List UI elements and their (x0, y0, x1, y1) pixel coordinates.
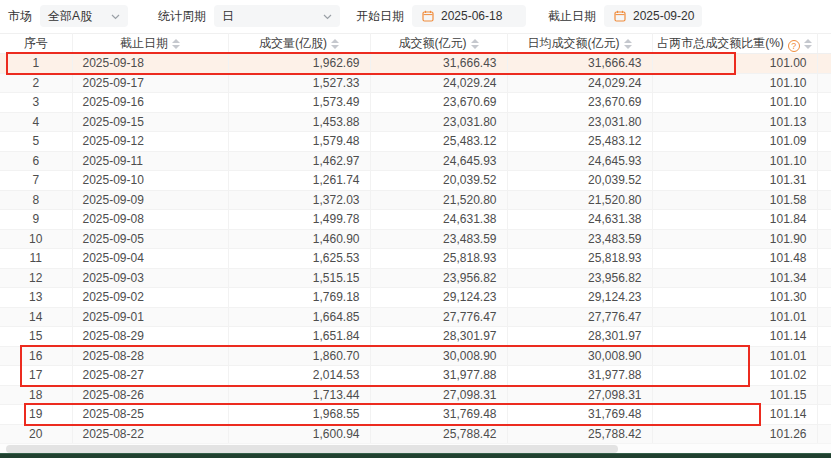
cell-end-date: 2025-08-22 (72, 424, 228, 444)
table-row[interactable]: 12025-09-181,962.6931,666.4331,666.43101… (0, 54, 831, 74)
horizontal-scrollbar[interactable] (0, 443, 831, 453)
cell-volume: 1,769.18 (228, 288, 370, 308)
cell-volume: 1,860.70 (228, 346, 370, 366)
column-header-5[interactable]: 占两市总成交额比重(%)? (652, 34, 817, 54)
table-row[interactable]: 152025-08-291,651.8428,301.9728,301.9710… (0, 327, 831, 347)
sort-icon[interactable] (804, 39, 812, 49)
scrollbar-thumb[interactable] (6, 445, 618, 453)
cell-turnover: 28,301.97 (370, 327, 507, 347)
column-header-label: 占两市总成交额比重(%) (657, 36, 784, 50)
cell-ratio: 101.01 (652, 307, 817, 327)
cell-ratio: 101.84 (652, 210, 817, 230)
cell-turnover: 23,670.69 (370, 93, 507, 113)
cell-ratio: 101.58 (652, 190, 817, 210)
cell-seq: 16 (0, 346, 72, 366)
market-select[interactable]: 全部A股 (40, 5, 128, 27)
cell-turnover: 25,818.93 (370, 249, 507, 269)
cell-ratio: 101.10 (652, 151, 817, 171)
start-date-picker[interactable]: 2025-06-18 (412, 5, 526, 27)
table-row[interactable]: 32025-09-161,573.4923,670.6923,670.69101… (0, 93, 831, 113)
cell-seq: 14 (0, 307, 72, 327)
cell-seq: 15 (0, 327, 72, 347)
cell-seq: 3 (0, 93, 72, 113)
table-row[interactable]: 82025-09-091,372.0321,520.8021,520.80101… (0, 190, 831, 210)
table-row[interactable]: 112025-09-041,625.5325,818.9325,818.9310… (0, 249, 831, 269)
table-row[interactable]: 132025-09-021,769.1829,124.2329,124.2310… (0, 288, 831, 308)
cell-seq: 6 (0, 151, 72, 171)
sort-icon[interactable] (624, 39, 632, 49)
cell-volume: 1,968.55 (228, 405, 370, 425)
end-date-picker[interactable]: 2025-09-20 (604, 5, 702, 27)
cell-end-date: 2025-09-16 (72, 93, 228, 113)
cell-volume: 1,515.15 (228, 268, 370, 288)
cell-volume: 1,499.78 (228, 210, 370, 230)
window-bottom-bar (0, 453, 831, 458)
cell-end-date: 2025-09-03 (72, 268, 228, 288)
table-row[interactable]: 42025-09-151,453.8823,031.8023,031.80101… (0, 112, 831, 132)
cell-end-date: 2025-08-28 (72, 346, 228, 366)
table-row[interactable]: 92025-09-081,499.7824,631.3824,631.38101… (0, 210, 831, 230)
table-row[interactable]: 142025-09-011,664.8527,776.4727,776.4710… (0, 307, 831, 327)
cell-end-date: 2025-09-15 (72, 112, 228, 132)
cell-ratio: 101.09 (652, 132, 817, 152)
calendar-icon (614, 10, 626, 22)
cell-avg-turnover: 21,520.80 (507, 190, 652, 210)
data-table: 序号截止日期成交量(亿股)成交额(亿元)日均成交额(亿元)占两市总成交额比重(%… (0, 33, 831, 444)
cell-ratio: 101.34 (652, 268, 817, 288)
cell-ratio: 101.14 (652, 405, 817, 425)
column-header-0: 序号 (0, 34, 72, 54)
cell-avg-turnover: 27,776.47 (507, 307, 652, 327)
column-header-2[interactable]: 成交量(亿股) (228, 34, 370, 54)
cell-ratio: 101.00 (652, 54, 817, 74)
cell-volume: 1,462.97 (228, 151, 370, 171)
cell-end-date: 2025-09-01 (72, 307, 228, 327)
cell-end-date: 2025-09-11 (72, 151, 228, 171)
table-row[interactable]: 72025-09-101,261.7420,039.5220,039.52101… (0, 171, 831, 191)
cell-ratio: 101.15 (652, 385, 817, 405)
table-row[interactable]: 182025-08-261,713.4427,098.3127,098.3110… (0, 385, 831, 405)
cell-avg-turnover: 31,769.48 (507, 405, 652, 425)
cell-turnover: 30,008.90 (370, 346, 507, 366)
column-header-label: 截止日期 (120, 36, 168, 50)
column-header-4[interactable]: 日均成交额(亿元) (507, 34, 652, 54)
cell-volume: 1,372.03 (228, 190, 370, 210)
filter-bar: 市场 全部A股 统计周期 日 开始日期 2025-06-18 截止日期 2025… (0, 0, 831, 32)
cell-avg-turnover: 23,956.82 (507, 268, 652, 288)
table-row[interactable]: 122025-09-031,515.1523,956.8223,956.8210… (0, 268, 831, 288)
table-row[interactable]: 52025-09-121,579.4825,483.1225,483.12101… (0, 132, 831, 152)
help-icon[interactable]: ? (788, 40, 800, 52)
period-select[interactable]: 日 (214, 5, 340, 27)
cell-turnover: 31,977.88 (370, 366, 507, 386)
sort-icon[interactable] (331, 39, 339, 49)
table-row[interactable]: 192025-08-251,968.5531,769.4831,769.4810… (0, 405, 831, 425)
table-row[interactable]: 102025-09-051,460.9023,483.5923,483.5910… (0, 229, 831, 249)
cell-avg-turnover: 23,483.59 (507, 229, 652, 249)
table-row[interactable]: 162025-08-281,860.7030,008.9030,008.9010… (0, 346, 831, 366)
cell-avg-turnover: 30,008.90 (507, 346, 652, 366)
table-row[interactable]: 202025-08-221,600.9425,788.4225,788.4210… (0, 424, 831, 444)
cell-turnover: 25,483.12 (370, 132, 507, 152)
table-row[interactable]: 62025-09-111,462.9724,645.9324,645.93101… (0, 151, 831, 171)
cell-turnover: 27,098.31 (370, 385, 507, 405)
column-header-1[interactable]: 截止日期 (72, 34, 228, 54)
cell-ratio: 101.14 (652, 327, 817, 347)
cell-ratio: 101.26 (652, 424, 817, 444)
cell-end-date: 2025-08-27 (72, 366, 228, 386)
cell-volume: 1,713.44 (228, 385, 370, 405)
cell-turnover: 23,483.59 (370, 229, 507, 249)
cell-seq: 17 (0, 366, 72, 386)
sort-icon[interactable] (172, 39, 180, 49)
table-row[interactable]: 172025-08-272,014.5331,977.8831,977.8810… (0, 366, 831, 386)
cell-avg-turnover: 24,631.38 (507, 210, 652, 230)
cell-avg-turnover: 31,666.43 (507, 54, 652, 74)
column-header-3[interactable]: 成交额(亿元) (370, 34, 507, 54)
sort-icon[interactable] (471, 39, 479, 49)
cell-volume: 1,460.90 (228, 229, 370, 249)
cell-ratio: 101.48 (652, 249, 817, 269)
cell-turnover: 25,788.42 (370, 424, 507, 444)
market-select-value: 全部A股 (48, 8, 92, 25)
table-row[interactable]: 22025-09-171,527.3324,029.2424,029.24101… (0, 73, 831, 93)
cell-turnover: 24,029.24 (370, 73, 507, 93)
cell-turnover: 21,520.80 (370, 190, 507, 210)
cell-avg-turnover: 25,818.93 (507, 249, 652, 269)
